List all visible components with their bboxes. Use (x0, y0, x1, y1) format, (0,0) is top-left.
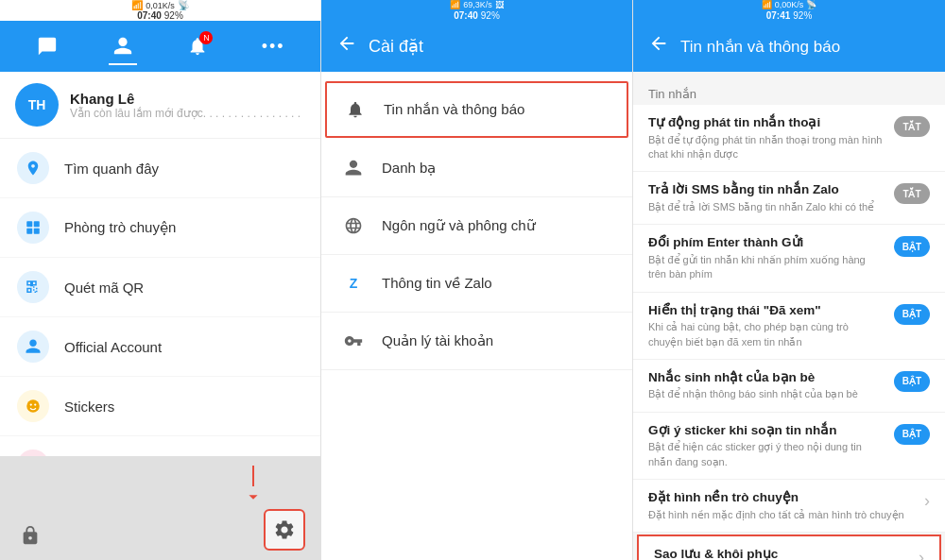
setting-row-4: Nhắc sinh nhật của bạn bè Bật để nhận th… (633, 360, 945, 413)
setting-desc-1: Bật để trả lời SMS bằng tin nhắn Zalo kh… (648, 200, 883, 214)
battery-p3: 92% (793, 10, 812, 21)
setting-row-2: Đổi phím Enter thành Gửi Bật để gửi tin … (633, 225, 945, 292)
settings-back-button[interactable] (336, 33, 357, 59)
settings-button[interactable] (264, 509, 305, 551)
setting-desc-4: Bật để nhận thông báo sinh nhật của bạn … (648, 387, 883, 401)
setting-row-1: Trả lời SMS bằng tin nhắn Zalo Bật để tr… (633, 172, 945, 225)
toggle-5[interactable]: BẬT (894, 424, 930, 445)
setting-title-1: Trả lời SMS bằng tin nhắn Zalo (648, 181, 883, 198)
menu-item-official-account[interactable]: Official Account (0, 317, 320, 377)
svg-point-5 (30, 403, 32, 405)
toggle-2[interactable]: BẬT (894, 236, 930, 257)
settings-label-account: Quản lý tài khoản (382, 332, 493, 349)
notifications-header: Tin nhắn và thông báo (633, 21, 945, 72)
key-icon (340, 328, 367, 354)
profile-status: Vẫn còn lâu lắm mới được. . . . . . . . … (70, 107, 301, 120)
settings-label-language: Ngôn ngữ và phông chữ (382, 217, 536, 234)
setting-desc-5: Bật để hiện các sticker gợi ý theo nội d… (648, 440, 883, 469)
settings-panel: Cài đặt Tin nhắn và thông báo Danh bạ Ng (321, 21, 633, 560)
wifi-icon-p3: 📡 (806, 0, 816, 9)
nav-contacts-icon[interactable] (104, 27, 142, 65)
setting-title-2: Đổi phím Enter thành Gửi (648, 234, 883, 251)
time-p3: 07:41 (766, 10, 791, 21)
setting-text-4: Nhắc sinh nhật của bạn bè Bật để nhận th… (648, 369, 883, 402)
setting-row-0: Tự động phát tin nhắn thoại Bật để tự độ… (633, 105, 945, 172)
network-speed-p2: 69,3K/s (463, 0, 492, 9)
notification-badge: N (199, 31, 213, 44)
sidebar-bottom (0, 456, 320, 560)
toggle-0[interactable]: TẮT (894, 116, 930, 137)
notifications-back-button[interactable] (648, 33, 669, 59)
settings-header: Cài đặt (321, 21, 632, 72)
settings-item-zalo-info[interactable]: Z Thông tin về Zalo (321, 255, 632, 313)
setting-row-7[interactable]: Sao lưu & khôi phục Sao lưu tin nhắn lên… (637, 535, 941, 560)
menu-item-qr[interactable]: Quét mã QR (0, 258, 320, 317)
setting-title-0: Tự động phát tin nhắn thoại (648, 114, 883, 131)
status-left-p2: 📶 69,3K/s 🖼 (450, 0, 504, 9)
profile-name: Khang Lê (70, 91, 301, 107)
signal-icon-p2: 📶 (450, 0, 460, 9)
setting-desc-0: Bật để tự động phát tin nhắn thoại trong… (648, 133, 883, 162)
svg-point-6 (34, 403, 36, 405)
network-speed-p3: 0,00K/s (775, 0, 804, 9)
status-bar-panel2: 📶 69,3K/s 🖼 07:40 92% (321, 0, 633, 21)
notifications-panel: Tin nhắn và thông báo Tin nhắn Tự động p… (633, 21, 945, 560)
setting-row-6[interactable]: Đặt hình nền trò chuyện Đặt hình nền mặc… (633, 480, 945, 533)
stickers-icon (17, 390, 49, 422)
lock-button[interactable] (15, 520, 45, 551)
nearby-icon (17, 152, 49, 184)
toggle-4[interactable]: BẬT (894, 371, 930, 392)
settings-menu-list: Tin nhắn và thông báo Danh bạ Ngôn ngữ v… (321, 72, 632, 560)
setting-desc-3: Khi cả hai cùng bật, cho phép bạn cùng t… (648, 320, 883, 349)
settings-item-contacts[interactable]: Danh bạ (321, 140, 632, 197)
nav-chat-icon[interactable] (28, 27, 66, 65)
menu-item-nearby[interactable]: Tìm quanh đây (0, 139, 320, 198)
settings-item-notifications[interactable]: Tin nhắn và thông báo (325, 81, 628, 138)
chevron-right-icon: › (924, 491, 930, 511)
setting-text-2: Đổi phím Enter thành Gửi Bật để gửi tin … (648, 234, 883, 281)
menu-item-game[interactable]: Game (0, 436, 320, 456)
toggle-1[interactable]: TẮT (894, 183, 930, 204)
menu-items-list: Tìm quanh đây Phòng trò chuyện Quét mã Q… (0, 139, 320, 456)
setting-title-4: Nhắc sinh nhật của bạn bè (648, 369, 883, 386)
img-icon-p2: 🖼 (495, 0, 504, 9)
settings-item-account[interactable]: Quản lý tài khoản (321, 313, 632, 370)
menu-label-official-account: Official Account (64, 339, 162, 355)
nav-notification-icon[interactable]: N (179, 27, 216, 65)
contacts-icon (340, 155, 367, 181)
settings-rows-container: Tự động phát tin nhắn thoại Bật để tự độ… (633, 105, 945, 560)
time-p2: 07:40 (454, 10, 478, 21)
settings-title: Cài đặt (369, 36, 423, 57)
bell-icon (342, 96, 369, 123)
status-right-p2: 07:40 92% (454, 10, 500, 21)
status-right-p3: 07:41 92% (766, 10, 813, 21)
nav-more-icon[interactable]: ••• (254, 27, 292, 65)
battery-p2: 92% (481, 10, 500, 21)
status-left-p1: 📶 0,01K/s 📡 (131, 0, 189, 10)
nav-header: N ••• (0, 21, 320, 72)
setting-text-5: Gợi ý sticker khi soạn tin nhắn Bật để h… (648, 422, 883, 469)
settings-item-language[interactable]: Ngôn ngữ và phông chữ (321, 197, 632, 255)
svg-rect-1 (34, 221, 40, 227)
settings-label-notifications: Tin nhắn và thông báo (384, 101, 524, 118)
status-left-p3: 📶 0,00K/s 📡 (762, 0, 817, 9)
profile-section[interactable]: TH Khang Lê Vẫn còn lâu lắm mới được. . … (0, 72, 320, 139)
menu-label-chatroom: Phòng trò chuyện (64, 219, 176, 236)
setting-text-6: Đặt hình nền trò chuyện Đặt hình nền mặc… (648, 489, 913, 522)
setting-text-1: Trả lời SMS bằng tin nhắn Zalo Bật để tr… (648, 181, 883, 214)
battery-p1: 92% (164, 10, 183, 21)
menu-item-stickers[interactable]: Stickers (0, 377, 320, 436)
svg-rect-0 (26, 221, 32, 227)
toggle-3[interactable]: BẬT (894, 304, 930, 325)
chatroom-icon (17, 212, 49, 244)
setting-title-6: Đặt hình nền trò chuyện (648, 489, 913, 506)
menu-item-chatroom[interactable]: Phòng trò chuyện (0, 198, 320, 258)
signal-icon-p3: 📶 (762, 0, 772, 9)
svg-rect-3 (34, 229, 40, 234)
settings-label-zalo-info: Thông tin về Zalo (382, 275, 492, 292)
status-bar-panel1: 📶 0,01K/s 📡 07:40 92% (0, 0, 321, 21)
game-icon (17, 450, 49, 456)
setting-text-0: Tự động phát tin nhắn thoại Bật để tự độ… (648, 114, 883, 161)
network-speed-p1: 0,01K/s (146, 1, 175, 10)
setting-text-3: Hiển thị trạng thái "Đã xem" Khi cả hai … (648, 302, 883, 349)
